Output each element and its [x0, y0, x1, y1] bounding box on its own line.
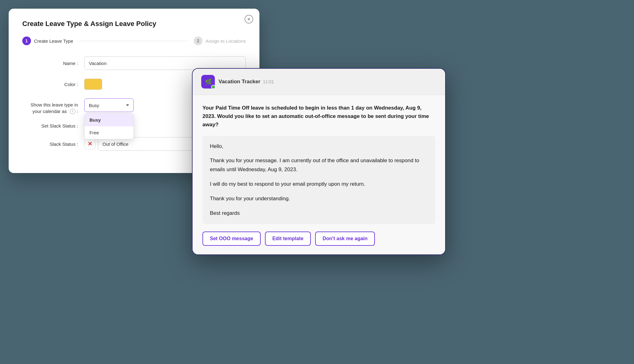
chat-header: 🌿 Vacation Tracker 11:01	[193, 69, 445, 95]
dropdown-button[interactable]: Busy	[84, 98, 134, 112]
step-2: 2 Assign to Locations	[194, 37, 246, 45]
step-1: 1 Create Leave Type	[22, 37, 73, 45]
app-logo: 🌿	[201, 75, 215, 89]
ooo-sign-off: Best regards	[210, 209, 428, 218]
stepper: 1 Create Leave Type 2 Assign to Location…	[22, 37, 246, 45]
modal-title: Create Leave Type & Assign Leave Policy	[22, 20, 246, 28]
info-icon[interactable]: i	[70, 109, 76, 114]
ooo-greeting: Hello,	[210, 142, 428, 151]
app-logo-text: 🌿	[205, 78, 211, 85]
step-2-label: Assign to Locations	[206, 38, 246, 44]
ooo-body-1: Thank you for your message. I am current…	[210, 156, 428, 174]
ooo-body-2: I will do my best to respond to your ema…	[210, 180, 428, 189]
calendar-dropdown: Busy Busy Free	[84, 98, 134, 112]
dropdown-item-busy[interactable]: Busy	[85, 114, 133, 126]
dropdown-item-free[interactable]: Free	[85, 126, 133, 139]
edit-template-button[interactable]: Edit template	[265, 232, 311, 246]
set-slack-label: Set Slack Status :	[22, 123, 84, 128]
step-1-circle: 1	[22, 37, 31, 45]
name-label: Name :	[22, 61, 84, 66]
color-label: Color :	[22, 82, 84, 87]
calendar-label: Show this leave type in your calendar as…	[22, 98, 84, 115]
color-swatch[interactable]	[84, 79, 102, 90]
app-name: Vacation Tracker	[219, 79, 260, 84]
online-status-dot	[211, 85, 215, 89]
ooo-message-block: Hello, Thank you for your message. I am …	[202, 136, 435, 224]
chevron-down-icon	[126, 104, 129, 106]
close-button[interactable]: ✕	[245, 15, 253, 24]
set-ooo-button[interactable]: Set OOO message	[202, 232, 261, 246]
intro-message: Your Paid Time Off leave is scheduled to…	[202, 104, 435, 129]
dropdown-selected: Busy	[89, 103, 99, 108]
dropdown-menu: Busy Free	[84, 113, 134, 139]
chat-body: Your Paid Time Off leave is scheduled to…	[193, 95, 445, 254]
chat-header-info: Vacation Tracker 11:01	[219, 79, 274, 85]
step-2-circle: 2	[194, 37, 202, 45]
remove-slack-status-button[interactable]: ✕	[84, 138, 95, 150]
dont-ask-button[interactable]: Don't ask me again	[315, 232, 375, 246]
chat-time: 11:01	[263, 79, 274, 84]
slack-status-label: Slack Status :	[22, 141, 84, 147]
action-buttons: Set OOO message Edit template Don't ask …	[202, 232, 435, 246]
step-divider	[79, 41, 187, 41]
ooo-thanks: Thank you for your understanding.	[210, 194, 428, 203]
step-1-label: Create Leave Type	[34, 38, 73, 44]
vacation-tracker-modal: 🌿 Vacation Tracker 11:01 Your Paid Time …	[192, 68, 446, 255]
